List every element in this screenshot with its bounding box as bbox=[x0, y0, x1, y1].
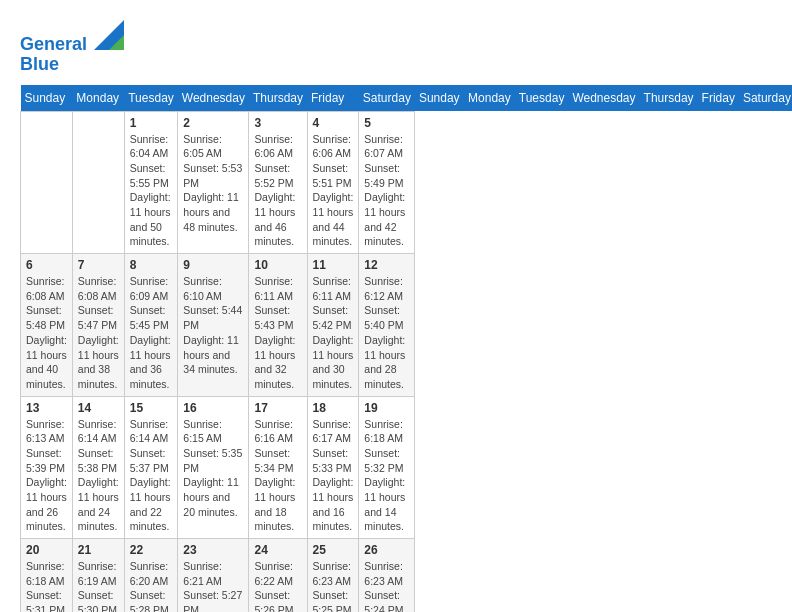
calendar-cell: 15Sunrise: 6:14 AM Sunset: 5:37 PM Dayli… bbox=[124, 396, 178, 539]
logo-general: General bbox=[20, 34, 87, 54]
calendar-cell: 18Sunrise: 6:17 AM Sunset: 5:33 PM Dayli… bbox=[307, 396, 359, 539]
day-number: 1 bbox=[130, 116, 173, 130]
calendar-week-row: 20Sunrise: 6:18 AM Sunset: 5:31 PM Dayli… bbox=[21, 539, 793, 612]
day-number: 11 bbox=[313, 258, 354, 272]
day-info: Sunrise: 6:19 AM Sunset: 5:30 PM Dayligh… bbox=[78, 559, 119, 612]
day-info: Sunrise: 6:17 AM Sunset: 5:33 PM Dayligh… bbox=[313, 417, 354, 535]
weekday-header-sunday: Sunday bbox=[21, 85, 73, 112]
weekday-header: Thursday bbox=[640, 85, 698, 112]
day-info: Sunrise: 6:06 AM Sunset: 5:52 PM Dayligh… bbox=[254, 132, 301, 250]
calendar-cell: 23Sunrise: 6:21 AM Sunset: 5:27 PM Dayli… bbox=[178, 539, 249, 612]
day-info: Sunrise: 6:09 AM Sunset: 5:45 PM Dayligh… bbox=[130, 274, 173, 392]
day-number: 10 bbox=[254, 258, 301, 272]
day-number: 3 bbox=[254, 116, 301, 130]
day-info: Sunrise: 6:16 AM Sunset: 5:34 PM Dayligh… bbox=[254, 417, 301, 535]
calendar-cell: 7Sunrise: 6:08 AM Sunset: 5:47 PM Daylig… bbox=[72, 254, 124, 397]
day-number: 7 bbox=[78, 258, 119, 272]
day-number: 4 bbox=[313, 116, 354, 130]
day-number: 8 bbox=[130, 258, 173, 272]
day-number: 22 bbox=[130, 543, 173, 557]
logo-text: General bbox=[20, 20, 124, 55]
calendar-cell: 24Sunrise: 6:22 AM Sunset: 5:26 PM Dayli… bbox=[249, 539, 307, 612]
day-number: 18 bbox=[313, 401, 354, 415]
calendar-cell: 11Sunrise: 6:11 AM Sunset: 5:42 PM Dayli… bbox=[307, 254, 359, 397]
day-info: Sunrise: 6:07 AM Sunset: 5:49 PM Dayligh… bbox=[364, 132, 409, 250]
logo-blue: Blue bbox=[20, 55, 124, 75]
weekday-header-saturday: Saturday bbox=[359, 85, 415, 112]
calendar-cell: 3Sunrise: 6:06 AM Sunset: 5:52 PM Daylig… bbox=[249, 111, 307, 254]
day-number: 13 bbox=[26, 401, 67, 415]
calendar-cell: 4Sunrise: 6:06 AM Sunset: 5:51 PM Daylig… bbox=[307, 111, 359, 254]
day-number: 19 bbox=[364, 401, 409, 415]
day-info: Sunrise: 6:08 AM Sunset: 5:48 PM Dayligh… bbox=[26, 274, 67, 392]
calendar-cell: 10Sunrise: 6:11 AM Sunset: 5:43 PM Dayli… bbox=[249, 254, 307, 397]
calendar-cell: 8Sunrise: 6:09 AM Sunset: 5:45 PM Daylig… bbox=[124, 254, 178, 397]
calendar-cell: 1Sunrise: 6:04 AM Sunset: 5:55 PM Daylig… bbox=[124, 111, 178, 254]
weekday-header: Monday bbox=[464, 85, 515, 112]
calendar-week-row: 6Sunrise: 6:08 AM Sunset: 5:48 PM Daylig… bbox=[21, 254, 793, 397]
day-info: Sunrise: 6:20 AM Sunset: 5:28 PM Dayligh… bbox=[130, 559, 173, 612]
calendar-cell: 25Sunrise: 6:23 AM Sunset: 5:25 PM Dayli… bbox=[307, 539, 359, 612]
day-number: 20 bbox=[26, 543, 67, 557]
calendar-week-row: 13Sunrise: 6:13 AM Sunset: 5:39 PM Dayli… bbox=[21, 396, 793, 539]
calendar-cell: 17Sunrise: 6:16 AM Sunset: 5:34 PM Dayli… bbox=[249, 396, 307, 539]
weekday-header-tuesday: Tuesday bbox=[124, 85, 178, 112]
day-number: 21 bbox=[78, 543, 119, 557]
day-number: 24 bbox=[254, 543, 301, 557]
calendar-header-row: SundayMondayTuesdayWednesdayThursdayFrid… bbox=[21, 85, 793, 112]
page-header: General Blue bbox=[20, 20, 772, 75]
day-info: Sunrise: 6:11 AM Sunset: 5:42 PM Dayligh… bbox=[313, 274, 354, 392]
day-info: Sunrise: 6:12 AM Sunset: 5:40 PM Dayligh… bbox=[364, 274, 409, 392]
day-info: Sunrise: 6:21 AM Sunset: 5:27 PM Dayligh… bbox=[183, 559, 243, 612]
day-info: Sunrise: 6:04 AM Sunset: 5:55 PM Dayligh… bbox=[130, 132, 173, 250]
weekday-header: Sunday bbox=[415, 85, 464, 112]
weekday-header: Tuesday bbox=[515, 85, 569, 112]
calendar-cell: 13Sunrise: 6:13 AM Sunset: 5:39 PM Dayli… bbox=[21, 396, 73, 539]
day-number: 26 bbox=[364, 543, 409, 557]
calendar-cell: 26Sunrise: 6:23 AM Sunset: 5:24 PM Dayli… bbox=[359, 539, 415, 612]
weekday-header: Friday bbox=[698, 85, 739, 112]
calendar-cell: 6Sunrise: 6:08 AM Sunset: 5:48 PM Daylig… bbox=[21, 254, 73, 397]
logo-icon bbox=[94, 20, 124, 50]
calendar-cell: 16Sunrise: 6:15 AM Sunset: 5:35 PM Dayli… bbox=[178, 396, 249, 539]
day-number: 12 bbox=[364, 258, 409, 272]
weekday-header: Wednesday bbox=[568, 85, 639, 112]
day-info: Sunrise: 6:15 AM Sunset: 5:35 PM Dayligh… bbox=[183, 417, 243, 520]
day-info: Sunrise: 6:05 AM Sunset: 5:53 PM Dayligh… bbox=[183, 132, 243, 235]
weekday-header-monday: Monday bbox=[72, 85, 124, 112]
calendar-cell bbox=[72, 111, 124, 254]
calendar-table: SundayMondayTuesdayWednesdayThursdayFrid… bbox=[20, 85, 792, 612]
weekday-header: Saturday bbox=[739, 85, 792, 112]
weekday-header-wednesday: Wednesday bbox=[178, 85, 249, 112]
day-info: Sunrise: 6:14 AM Sunset: 5:38 PM Dayligh… bbox=[78, 417, 119, 535]
day-info: Sunrise: 6:06 AM Sunset: 5:51 PM Dayligh… bbox=[313, 132, 354, 250]
calendar-cell: 12Sunrise: 6:12 AM Sunset: 5:40 PM Dayli… bbox=[359, 254, 415, 397]
calendar-cell: 5Sunrise: 6:07 AM Sunset: 5:49 PM Daylig… bbox=[359, 111, 415, 254]
day-number: 2 bbox=[183, 116, 243, 130]
calendar-cell: 9Sunrise: 6:10 AM Sunset: 5:44 PM Daylig… bbox=[178, 254, 249, 397]
day-info: Sunrise: 6:18 AM Sunset: 5:31 PM Dayligh… bbox=[26, 559, 67, 612]
logo: General Blue bbox=[20, 20, 124, 75]
day-info: Sunrise: 6:23 AM Sunset: 5:25 PM Dayligh… bbox=[313, 559, 354, 612]
day-number: 6 bbox=[26, 258, 67, 272]
day-number: 17 bbox=[254, 401, 301, 415]
day-info: Sunrise: 6:14 AM Sunset: 5:37 PM Dayligh… bbox=[130, 417, 173, 535]
day-number: 15 bbox=[130, 401, 173, 415]
weekday-header-thursday: Thursday bbox=[249, 85, 307, 112]
day-number: 9 bbox=[183, 258, 243, 272]
calendar-cell: 22Sunrise: 6:20 AM Sunset: 5:28 PM Dayli… bbox=[124, 539, 178, 612]
day-info: Sunrise: 6:08 AM Sunset: 5:47 PM Dayligh… bbox=[78, 274, 119, 392]
day-info: Sunrise: 6:22 AM Sunset: 5:26 PM Dayligh… bbox=[254, 559, 301, 612]
day-number: 25 bbox=[313, 543, 354, 557]
day-info: Sunrise: 6:11 AM Sunset: 5:43 PM Dayligh… bbox=[254, 274, 301, 392]
day-info: Sunrise: 6:18 AM Sunset: 5:32 PM Dayligh… bbox=[364, 417, 409, 535]
calendar-cell: 20Sunrise: 6:18 AM Sunset: 5:31 PM Dayli… bbox=[21, 539, 73, 612]
day-info: Sunrise: 6:23 AM Sunset: 5:24 PM Dayligh… bbox=[364, 559, 409, 612]
calendar-cell: 21Sunrise: 6:19 AM Sunset: 5:30 PM Dayli… bbox=[72, 539, 124, 612]
day-info: Sunrise: 6:13 AM Sunset: 5:39 PM Dayligh… bbox=[26, 417, 67, 535]
calendar-week-row: 1Sunrise: 6:04 AM Sunset: 5:55 PM Daylig… bbox=[21, 111, 793, 254]
day-number: 23 bbox=[183, 543, 243, 557]
calendar-cell: 14Sunrise: 6:14 AM Sunset: 5:38 PM Dayli… bbox=[72, 396, 124, 539]
day-number: 16 bbox=[183, 401, 243, 415]
day-number: 14 bbox=[78, 401, 119, 415]
